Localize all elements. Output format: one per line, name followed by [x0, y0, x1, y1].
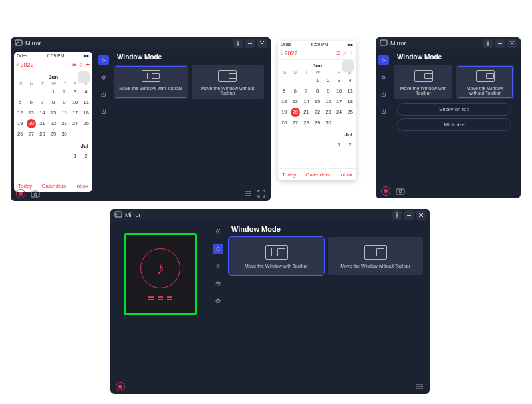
date-cell[interactable]: 25 — [81, 119, 91, 128]
date-cell[interactable]: 27 — [27, 130, 37, 139]
list-icon[interactable] — [244, 190, 252, 198]
collapse-icon[interactable] — [213, 226, 223, 237]
power-icon[interactable] — [378, 106, 389, 117]
date-cell[interactable]: 15 — [49, 108, 59, 118]
sticky-on-top-button[interactable]: Sticky on top — [397, 103, 511, 116]
date-cell[interactable]: 23 — [323, 108, 333, 117]
date-cell[interactable]: 19 — [279, 108, 289, 117]
card-move-with-toolbar[interactable]: Move the Window with Toolbar — [229, 237, 324, 275]
date-cell[interactable]: 22 — [313, 108, 323, 117]
widget-pill[interactable] — [78, 71, 90, 83]
add-event-button[interactable]: + — [86, 61, 90, 68]
back-button[interactable]: ‹ 2022 — [17, 61, 34, 68]
date-cell[interactable]: 5 — [279, 87, 289, 96]
list-icon[interactable]: ≡ — [72, 61, 76, 68]
date-cell[interactable]: 2 — [81, 152, 91, 161]
minimize-button[interactable] — [495, 39, 505, 48]
record-button[interactable] — [381, 186, 390, 196]
gear-icon[interactable] — [213, 261, 223, 272]
undocked-phone-screen[interactable]: Dries6:59 PM■■‹ 2022≡⌕+JunSMTWTFS...1234… — [278, 41, 356, 180]
date-cell[interactable]: 25 — [345, 108, 355, 117]
date-cell[interactable]: 21 — [37, 119, 47, 128]
link-icon[interactable] — [378, 55, 389, 65]
pin-button[interactable] — [392, 210, 402, 220]
gear-icon[interactable] — [98, 72, 109, 83]
date-cell[interactable]: 16 — [323, 97, 333, 106]
date-cell[interactable]: 13 — [27, 108, 37, 118]
minimize-option-button[interactable]: Minimize — [397, 118, 511, 131]
search-icon[interactable]: ⌕ — [79, 61, 83, 68]
date-cell[interactable]: 12 — [15, 108, 25, 118]
camera-icon[interactable] — [396, 187, 405, 195]
date-cell[interactable]: 9 — [59, 98, 69, 107]
date-cell[interactable]: 1 — [313, 76, 323, 85]
date-cell[interactable]: 1 — [49, 87, 59, 97]
calendars-button[interactable]: Calendars — [306, 172, 330, 178]
list-icon[interactable] — [415, 383, 424, 391]
date-cell[interactable]: 1 — [334, 140, 344, 150]
date-cell[interactable]: 17 — [334, 97, 344, 106]
date-cell[interactable]: 6 — [291, 87, 301, 96]
record-button[interactable] — [116, 382, 125, 391]
date-cell[interactable]: 1 — [70, 152, 80, 161]
date-cell[interactable]: 4 — [345, 76, 355, 85]
date-cell[interactable]: 29 — [49, 130, 59, 139]
date-cell[interactable]: 30 — [323, 118, 333, 128]
date-cell[interactable]: 3 — [70, 87, 80, 97]
date-cell[interactable]: 3 — [334, 76, 344, 85]
card-move-without-toolbar[interactable]: Move the Window without Toolbar — [456, 65, 514, 99]
close-button[interactable] — [416, 210, 426, 220]
date-cell[interactable]: 2 — [59, 87, 69, 97]
date-cell[interactable]: 22 — [49, 119, 59, 128]
inbox-button[interactable]: Inbox — [339, 172, 352, 178]
date-cell[interactable]: 28 — [37, 130, 47, 139]
fullscreen-icon[interactable] — [257, 190, 265, 198]
date-cell[interactable]: 13 — [291, 97, 301, 106]
card-move-without-toolbar[interactable]: Move the Window without Toolbar — [192, 65, 265, 99]
date-cell[interactable]: 11 — [345, 87, 355, 96]
date-cell[interactable]: 8 — [313, 87, 323, 96]
date-cell[interactable]: 10 — [70, 98, 80, 107]
date-cell[interactable]: 7 — [37, 98, 47, 107]
today-button[interactable]: Today — [282, 172, 296, 178]
widget-pill[interactable] — [342, 60, 354, 72]
date-cell[interactable]: 19 — [15, 119, 25, 128]
back-button[interactable]: ‹ 2022 — [281, 50, 298, 57]
date-cell[interactable]: 29 — [313, 118, 323, 128]
minimize-button[interactable] — [245, 39, 255, 48]
date-cell[interactable]: 11 — [81, 98, 91, 107]
date-cell[interactable]: 10 — [334, 87, 344, 96]
add-event-button[interactable]: + — [350, 49, 354, 57]
date-cell[interactable]: 27 — [291, 118, 301, 128]
power-icon[interactable] — [213, 296, 223, 306]
date-cell[interactable]: 8 — [49, 98, 59, 107]
date-cell[interactable]: 2 — [323, 76, 333, 85]
date-cell[interactable]: 4 — [81, 87, 91, 97]
pin-button[interactable] — [483, 39, 493, 48]
link-icon[interactable] — [98, 55, 109, 65]
date-cell[interactable]: 20 — [291, 108, 301, 117]
close-button[interactable] — [507, 39, 517, 48]
date-cell[interactable]: 26 — [279, 118, 289, 128]
gear-icon[interactable] — [378, 72, 389, 83]
date-cell[interactable]: 30 — [59, 130, 69, 139]
date-cell[interactable]: 14 — [301, 97, 311, 106]
history-icon[interactable] — [378, 89, 389, 100]
date-cell[interactable]: 17 — [70, 108, 80, 118]
date-cell[interactable]: 14 — [37, 108, 47, 118]
date-cell[interactable]: 15 — [313, 97, 323, 106]
date-cell[interactable]: 26 — [15, 130, 25, 139]
date-cell[interactable]: 24 — [70, 119, 80, 128]
pin-button[interactable] — [233, 39, 243, 48]
date-cell[interactable]: 21 — [301, 108, 311, 117]
date-cell[interactable]: 6 — [27, 98, 37, 107]
record-button[interactable] — [16, 189, 25, 198]
phone-screen[interactable]: Dries6:59 PM■■‹ 2022≡⌕+JunSMTWTFS...1234… — [14, 52, 92, 192]
date-cell[interactable]: 7 — [301, 87, 311, 96]
date-cell[interactable]: 2 — [345, 140, 355, 150]
music-player-screen[interactable]: ♪ — [124, 233, 197, 315]
date-cell[interactable]: 16 — [59, 108, 69, 118]
date-cell[interactable]: 28 — [301, 118, 311, 128]
search-icon[interactable]: ⌕ — [343, 49, 347, 57]
date-cell[interactable]: 5 — [15, 98, 25, 107]
